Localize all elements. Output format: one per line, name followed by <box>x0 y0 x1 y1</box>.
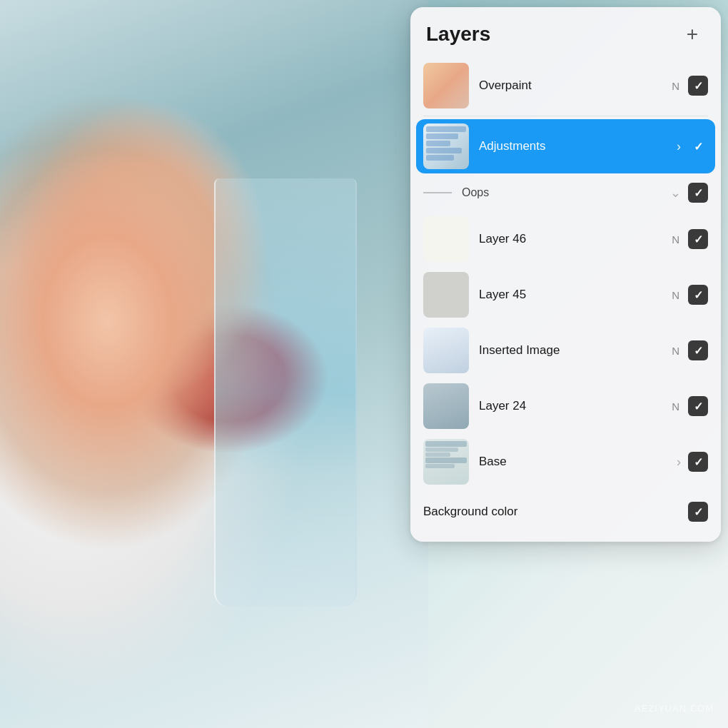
checkmark-adjustments: ✓ <box>694 140 703 153</box>
layer-info-inserted-image: Inserted Image N <box>479 343 688 358</box>
layer-thumb-overpaint <box>423 63 469 108</box>
layer-checkbox-oops[interactable]: ✓ <box>688 183 708 203</box>
layer-row-oops[interactable]: Oops ⌄ ✓ <box>416 175 715 211</box>
checkmark-base: ✓ <box>694 455 703 469</box>
layer-checkbox-overpaint[interactable]: ✓ <box>688 76 708 96</box>
layer-thumb-inserted-image <box>423 328 469 373</box>
chevron-down-icon-oops: ⌄ <box>670 185 681 201</box>
panel-title: Layers <box>426 23 490 46</box>
layer-mode-overpaint: N <box>672 80 679 92</box>
layer-name-layer46: Layer 46 <box>479 232 672 246</box>
layer-checkbox-inserted-image[interactable]: ✓ <box>688 340 708 360</box>
layer-checkbox-layer45[interactable]: ✓ <box>688 285 708 305</box>
layer-info-layer46: Layer 46 N <box>479 232 688 246</box>
layer-thumb-adjustments <box>423 123 469 169</box>
layer-name-inserted-image: Inserted Image <box>479 343 672 358</box>
layers-panel: Layers + Overpaint N ✓ Adjustments › <box>410 7 721 542</box>
layer-checkbox-layer46[interactable]: ✓ <box>688 229 708 249</box>
layer-name-layer45: Layer 45 <box>479 288 672 302</box>
checkmark-overpaint: ✓ <box>694 79 703 93</box>
layer-row-base[interactable]: Base › ✓ <box>416 435 715 489</box>
layer-checkbox-background-color[interactable]: ✓ <box>688 502 708 522</box>
layer-thumb-layer24 <box>423 383 469 429</box>
layer-info-adjustments: Adjustments › <box>479 139 688 154</box>
layer-info-background-color: Background color <box>423 505 688 519</box>
checkmark-layer46: ✓ <box>694 233 703 246</box>
layer-name-base: Base <box>479 455 677 469</box>
layer-name-adjustments: Adjustments <box>479 139 677 153</box>
layer-thumb-layer46 <box>423 216 469 262</box>
checkmark-oops: ✓ <box>694 186 703 200</box>
layer-row-background-color[interactable]: Background color ✓ <box>416 490 715 533</box>
layer-row-overpaint[interactable]: Overpaint N ✓ <box>416 59 715 113</box>
layer-name-oops: Oops <box>462 186 670 199</box>
artwork-glass <box>214 178 357 607</box>
layer-name-layer24: Layer 24 <box>479 399 672 413</box>
layer-checkbox-adjustments[interactable]: ✓ <box>688 136 708 156</box>
layer-divider <box>423 116 708 116</box>
checkmark-background-color: ✓ <box>694 505 703 519</box>
layer-name-overpaint: Overpaint <box>479 79 672 93</box>
layer-info-layer24: Layer 24 N <box>479 399 688 413</box>
checkmark-inserted-image: ✓ <box>694 344 703 358</box>
layer-mode-inserted-image: N <box>672 345 679 357</box>
layer-name-background-color: Background color <box>423 505 688 519</box>
layer-checkbox-base[interactable]: ✓ <box>688 452 708 472</box>
checkmark-layer24: ✓ <box>694 400 703 413</box>
layer-row-layer46[interactable]: Layer 46 N ✓ <box>416 212 715 266</box>
checkmark-layer45: ✓ <box>694 288 703 302</box>
layer-thumb-layer45 <box>423 272 469 318</box>
watermark: AEZIYUAN.COM <box>635 703 714 714</box>
layer-mode-layer46: N <box>672 233 679 246</box>
layer-info-layer45: Layer 45 N <box>479 288 688 302</box>
layer-thumb-base <box>423 439 469 485</box>
panel-header: Layers + <box>410 7 721 59</box>
add-layer-button[interactable]: + <box>679 21 705 47</box>
chevron-right-icon-base: › <box>677 455 681 470</box>
layer-checkbox-layer24[interactable]: ✓ <box>688 396 708 416</box>
layer-row-layer45[interactable]: Layer 45 N ✓ <box>416 268 715 322</box>
layers-list: Overpaint N ✓ Adjustments › ✓ Oops <box>410 59 721 542</box>
layer-mode-layer45: N <box>672 289 679 301</box>
chevron-right-icon-adjustments: › <box>677 139 681 154</box>
layer-mode-layer24: N <box>672 400 679 413</box>
layer-info-overpaint: Overpaint N <box>479 79 688 93</box>
layer-row-layer24[interactable]: Layer 24 N ✓ <box>416 379 715 433</box>
layer-info-oops: Oops ⌄ <box>462 185 688 201</box>
layer-row-inserted-image[interactable]: Inserted Image N ✓ <box>416 323 715 378</box>
layer-info-base: Base › <box>479 455 688 470</box>
layer-row-adjustments[interactable]: Adjustments › ✓ <box>416 119 715 173</box>
group-line-oops <box>423 192 452 193</box>
